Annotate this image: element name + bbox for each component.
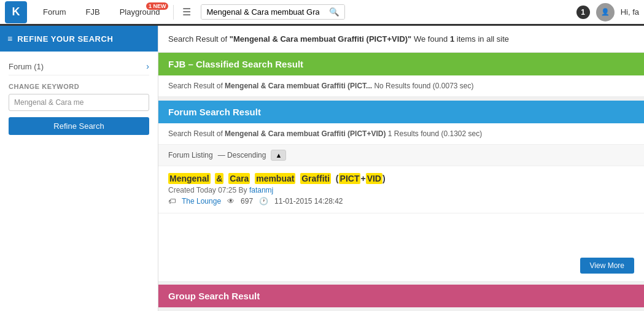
forum-listing-sort: — Descending (218, 151, 266, 159)
views-icon: 👁 (227, 197, 235, 205)
nav-fjb[interactable]: FJB (76, 0, 110, 26)
main-wrap: ≡ REFINE YOUR SEARCH Forum (1) › CHANGE … (0, 26, 644, 311)
result-meta: Created Today 07:25 By fatanmj (168, 186, 634, 194)
nav-divider (173, 5, 174, 20)
greeting-text: Hi, fa (621, 7, 639, 17)
result-spacer (158, 213, 644, 250)
nav-search-button[interactable]: 🔍 (324, 5, 344, 19)
forum-section-header: Forum Search Result (158, 101, 644, 123)
nav-search-input[interactable] (201, 5, 324, 19)
sidebar: ≡ REFINE YOUR SEARCH Forum (1) › CHANGE … (0, 26, 158, 311)
sidebar-body: Forum (1) › CHANGE KEYWORD Refine Search (0, 52, 158, 141)
sidebar-header: ≡ REFINE YOUR SEARCH (0, 26, 158, 52)
sidebar-header-title: REFINE YOUR SEARCH (17, 34, 113, 44)
fjb-section: FJB – Classified Search Result Search Re… (158, 53, 644, 97)
sort-button[interactable]: ▲ (271, 150, 286, 161)
nav-playground[interactable]: Playground 1 NEW (110, 0, 170, 26)
forum-listing-label: Forum Listing (168, 151, 213, 159)
result-tags: 🏷 The Lounge 👁 697 🕐 11-01-2015 14:28:42 (168, 197, 634, 205)
result-title: Mengenal & Cara membuat Graffiti (PICT+V… (168, 174, 634, 183)
fjb-section-body: Search Result of Mengenal & Cara membuat… (158, 75, 644, 97)
sidebar-forum-label: Forum (1) (9, 62, 44, 71)
refine-search-button[interactable]: Refine Search (9, 117, 149, 135)
result-author[interactable]: fatanmj (249, 186, 273, 194)
group-section: Group Search Result (158, 285, 644, 307)
logo: K (5, 1, 27, 23)
view-more-row: View More (158, 250, 644, 281)
result-views: 697 (241, 197, 253, 205)
forum-sub-info: Search Result of Mengenal & Cara membuat… (158, 123, 644, 145)
tag-icon: 🏷 (168, 197, 176, 205)
forum-section: Forum Search Result Search Result of Men… (158, 101, 644, 281)
sidebar-forum-row: Forum (1) › (9, 58, 149, 75)
playground-badge: 1 NEW (146, 2, 169, 10)
nav-search-wrap: 🔍 (201, 4, 345, 20)
search-summary-bar: Search Result of "Mengenal & Cara membua… (158, 26, 644, 53)
sidebar-menu-icon[interactable]: ≡ (7, 34, 12, 44)
top-nav: K Forum FJB Playground 1 NEW ☰ 🔍 1 👤 Hi,… (0, 0, 644, 26)
forum-listing-bar: Forum Listing — Descending ▲ (158, 145, 644, 166)
fjb-section-header: FJB – Classified Search Result (158, 53, 644, 75)
content-area: Search Result of "Mengenal & Cara membua… (158, 26, 644, 311)
nav-right: 1 👤 Hi, fa (576, 3, 639, 21)
result-tag-link[interactable]: The Lounge (182, 197, 221, 205)
nav-forum[interactable]: Forum (33, 0, 76, 26)
forum-section-body: Search Result of Mengenal & Cara membuat… (158, 123, 644, 281)
fjb-sub-info: Search Result of Mengenal & Cara membuat… (158, 75, 644, 97)
keyword-input[interactable] (9, 94, 149, 111)
group-section-header: Group Search Result (158, 285, 644, 307)
notification-badge[interactable]: 1 (576, 6, 590, 19)
sidebar-arrow-icon[interactable]: › (146, 61, 149, 71)
clock-icon: 🕐 (259, 197, 268, 205)
view-more-button[interactable]: View More (580, 258, 634, 274)
result-date: 11-01-2015 14:28:42 (274, 197, 343, 205)
hamburger-icon[interactable]: ☰ (177, 6, 196, 18)
avatar: 👤 (596, 3, 615, 21)
change-keyword-label: CHANGE KEYWORD (9, 83, 149, 90)
nav-links: Forum FJB Playground 1 NEW (33, 0, 169, 24)
forum-result-item: Mengenal & Cara membuat Graffiti (PICT+V… (158, 166, 644, 213)
